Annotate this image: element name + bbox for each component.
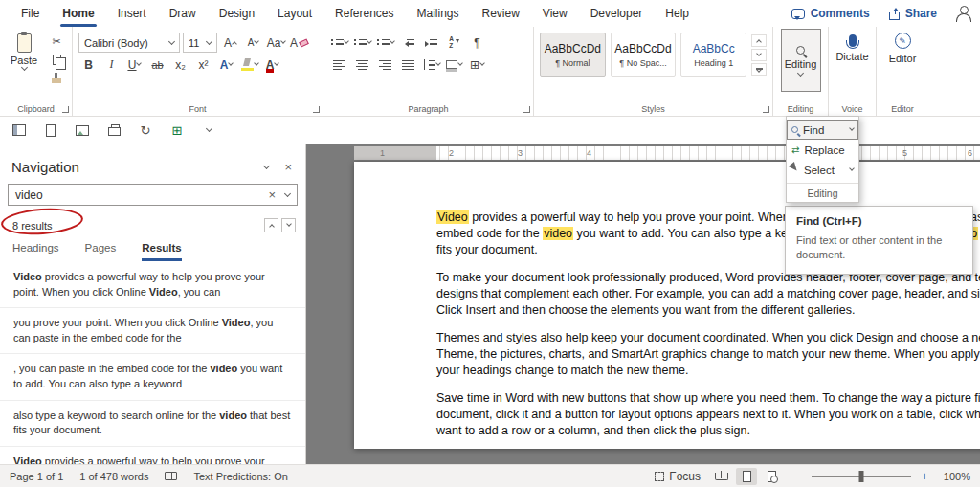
focus-mode-button[interactable]: Focus — [655, 466, 701, 486]
proofing-icon[interactable] — [165, 472, 177, 480]
align-center-button[interactable] — [352, 55, 372, 75]
show-paragraph-marks-button[interactable]: ¶ — [467, 33, 487, 53]
text-effects-button[interactable]: A — [216, 55, 236, 75]
paragraph[interactable]: Save time in Word with new buttons that … — [436, 390, 980, 439]
subscript-button[interactable]: x₂ — [170, 55, 190, 75]
paragraph[interactable]: To make your document look professionall… — [436, 270, 980, 319]
next-result-button[interactable] — [281, 218, 296, 232]
zoom-slider[interactable] — [812, 476, 911, 477]
text-highlight-button[interactable] — [239, 55, 259, 75]
style-no-spacing[interactable]: AaBbCcDd ¶ No Spac... — [611, 33, 677, 77]
menu-item-select[interactable]: Select — [787, 160, 858, 180]
search-clear-icon[interactable]: × — [268, 188, 276, 201]
sort-button[interactable]: AZ — [444, 33, 464, 53]
navigation-pane-toggle-button[interactable] — [10, 121, 29, 140]
previous-result-button[interactable] — [264, 218, 278, 232]
decrease-indent-button[interactable] — [398, 33, 418, 53]
menu-tab-developer[interactable]: Developer — [579, 0, 655, 27]
style-heading-1[interactable]: AaBbCc Heading 1 — [680, 33, 746, 77]
change-case-button[interactable]: Aa — [266, 33, 286, 53]
font-color-button[interactable]: A — [262, 55, 282, 75]
print-layout-button[interactable] — [736, 468, 757, 485]
search-result-item[interactable]: Video provides a powerful way to help yo… — [0, 447, 305, 464]
multilevel-list-button[interactable] — [375, 33, 395, 53]
menu-tab-mailings[interactable]: Mailings — [405, 0, 470, 27]
web-layout-button[interactable] — [761, 468, 782, 485]
page-indicator[interactable]: Page 1 of 1 — [10, 471, 63, 482]
format-painter-button[interactable] — [48, 70, 65, 85]
shading-button[interactable] — [444, 55, 464, 75]
copy-button[interactable] — [48, 52, 65, 67]
styles-scroll-down-button[interactable] — [751, 49, 767, 61]
bold-button[interactable]: B — [78, 55, 99, 75]
table-tool-button[interactable]: ⊞ — [167, 121, 187, 140]
menu-tab-draw[interactable]: Draw — [158, 0, 208, 27]
editing-menu-button[interactable]: Editing — [781, 29, 821, 92]
style-normal[interactable]: AaBbCcDd ¶ Normal — [540, 33, 606, 77]
menu-tab-design[interactable]: Design — [208, 0, 266, 27]
zoom-level[interactable]: 100% — [938, 471, 970, 482]
horizontal-ruler[interactable]: 1 2 3 4 5 6 — [354, 146, 980, 160]
styles-gallery-more-button[interactable] — [751, 63, 767, 76]
share-button[interactable]: Share — [880, 7, 946, 20]
new-document-button[interactable] — [41, 121, 60, 140]
borders-button[interactable]: ⊞ — [467, 55, 487, 75]
shrink-font-button[interactable]: A — [243, 33, 263, 53]
italic-button[interactable]: I — [101, 55, 122, 75]
underline-button[interactable]: U — [124, 55, 145, 75]
clear-formatting-button[interactable]: A — [289, 33, 309, 53]
search-options-chevron[interactable] — [284, 189, 291, 196]
align-left-button[interactable] — [329, 55, 349, 75]
zoom-in-button[interactable]: + — [919, 469, 930, 483]
read-mode-button[interactable] — [711, 468, 732, 485]
undo-button[interactable]: ↻ — [136, 121, 155, 140]
justify-button[interactable] — [398, 55, 418, 75]
increase-indent-button[interactable] — [421, 33, 441, 53]
dictate-button[interactable]: Dictate — [829, 27, 876, 62]
document-page[interactable]: Video provides a powerful way to help yo… — [354, 162, 980, 449]
menu-tab-help[interactable]: Help — [654, 0, 701, 27]
insert-picture-button[interactable] — [73, 121, 92, 140]
grow-font-button[interactable]: A — [220, 33, 240, 53]
navigation-close-icon[interactable]: × — [284, 161, 292, 173]
line-spacing-button[interactable] — [421, 55, 441, 75]
tab-pages[interactable]: Pages — [85, 242, 117, 261]
navigation-options-chevron[interactable] — [263, 162, 270, 168]
menu-item-find[interactable]: Find — [787, 120, 858, 140]
menu-tab-references[interactable]: References — [323, 0, 405, 27]
toolbar-overflow-button[interactable] — [199, 121, 218, 140]
menu-tab-insert[interactable]: Insert — [106, 0, 158, 27]
cut-button[interactable]: ✂ — [48, 33, 65, 49]
print-preview-button[interactable] — [104, 121, 123, 140]
text-predictions-status[interactable]: Text Predictions: On — [193, 471, 287, 482]
search-result-item[interactable]: , you can paste in the embed code for th… — [0, 354, 305, 400]
menu-tab-home[interactable]: Home — [51, 0, 105, 27]
menu-tab-layout[interactable]: Layout — [266, 0, 323, 27]
search-input-value[interactable]: video — [15, 188, 43, 202]
styles-scroll-up-button[interactable] — [751, 34, 767, 47]
search-result-item[interactable]: also type a keyword to search online for… — [0, 401, 305, 447]
comments-button[interactable]: Comments — [783, 7, 879, 20]
search-result-item[interactable]: you prove your point. When you click Onl… — [0, 308, 305, 354]
paragraph[interactable]: Themes and styles also help keep your do… — [436, 330, 980, 379]
navigation-search-box[interactable]: video × — [8, 184, 298, 206]
superscript-button[interactable]: x² — [193, 55, 213, 75]
bullets-button[interactable] — [329, 33, 349, 53]
zoom-slider-thumb[interactable] — [859, 471, 864, 482]
menu-tab-file[interactable]: File — [10, 0, 51, 27]
search-result-item[interactable]: Video provides a powerful way to help yo… — [0, 262, 305, 308]
font-name-select[interactable]: Calibri (Body) — [78, 33, 180, 53]
align-right-button[interactable] — [375, 55, 395, 75]
menu-tab-review[interactable]: Review — [471, 0, 531, 27]
menu-item-replace[interactable]: ⇄ Replace — [787, 140, 858, 160]
user-avatar-icon[interactable] — [955, 6, 970, 21]
numbering-button[interactable] — [352, 33, 372, 53]
tab-results[interactable]: Results — [142, 242, 182, 261]
zoom-out-button[interactable]: − — [792, 469, 804, 483]
tab-headings[interactable]: Headings — [12, 242, 59, 261]
word-count[interactable]: 1 of 478 words — [79, 471, 148, 482]
paste-button[interactable]: Paste — [6, 32, 42, 85]
font-size-select[interactable]: 11 — [183, 33, 217, 53]
editor-button[interactable]: ✎ Editor — [877, 27, 928, 64]
strikethrough-button[interactable]: ab — [147, 55, 167, 75]
